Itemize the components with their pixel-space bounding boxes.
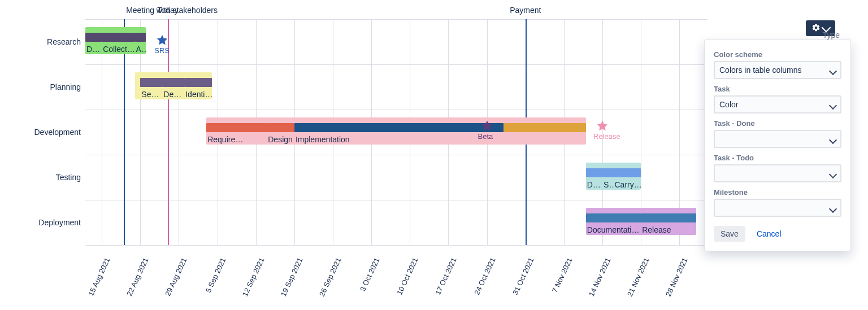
milestone-label-srs: SRS — [154, 46, 170, 55]
gantt-subtask-bar[interactable] — [140, 78, 162, 87]
milestone-select[interactable] — [714, 199, 841, 217]
task-done-label: Task - Done — [714, 119, 841, 128]
gantt-row-label: Planning — [9, 64, 85, 110]
gantt-subtask-label: Se… — [140, 90, 163, 99]
gantt-subtask-label: S… — [602, 180, 614, 189]
gantt-subtask-label: Carryi… — [614, 180, 643, 189]
marker-label-payment: Payment — [510, 6, 541, 15]
gantt-subtask-label: Documentatio… — [586, 225, 642, 234]
gantt-plot-area[interactable]: De…Collect …A…Se…De…Identif…Require…Desi… — [85, 19, 707, 245]
save-button[interactable]: Save — [714, 226, 745, 242]
marker-labels-row: Meeting with stakeholdersTodayPayment — [85, 6, 707, 19]
chevron-down-icon — [829, 171, 837, 178]
gantt-subtask-bar[interactable] — [641, 213, 696, 222]
gantt-group-deployment[interactable]: Documentatio…Release — [586, 208, 696, 235]
gantt-subtask-label: De… — [85, 45, 103, 54]
cancel-button[interactable]: Cancel — [754, 226, 784, 242]
task-todo-select[interactable] — [714, 164, 841, 182]
gantt-subtask-label: Implementation — [294, 135, 505, 144]
gantt-subtask-bar[interactable] — [586, 168, 602, 177]
milestone-star-srs[interactable] — [156, 34, 168, 46]
chevron-down-icon — [829, 136, 837, 144]
gantt-row-labels: ResearchPlanningDevelopmentTestingDeploy… — [9, 19, 85, 245]
gantt-subtask-bar[interactable] — [162, 78, 184, 87]
gantt-row-label: Testing — [9, 155, 85, 200]
grid-line-horizontal — [85, 245, 707, 246]
gantt-row-label: Research — [9, 19, 85, 64]
x-tick-label: 28 Nov 2021 — [664, 256, 689, 298]
gantt-subtask-label: De… — [586, 180, 604, 189]
gantt-row-label: Deployment — [9, 200, 85, 245]
gantt-subtask-bar[interactable] — [184, 78, 212, 87]
gear-icon — [811, 23, 821, 34]
x-tick-label: 12 Sep 2021 — [241, 256, 266, 298]
gantt-subtask-label: A… — [135, 45, 147, 54]
gantt-subtask-bar[interactable] — [586, 213, 641, 222]
x-tick-label: 15 Aug 2021 — [86, 256, 111, 298]
color-scheme-value: Colors in table columns — [719, 66, 802, 75]
task-label: Task — [714, 85, 841, 93]
x-tick-label: 17 Oct 2021 — [434, 256, 459, 296]
popover-behind-label: Type — [823, 30, 840, 40]
gantt-group-research[interactable]: De…Collect …A… — [85, 27, 146, 54]
gantt-group-development[interactable]: Require…DesignImplementation — [206, 117, 586, 145]
gantt-subtask-bar[interactable] — [504, 123, 586, 132]
gantt-subtask-label: Collect … — [102, 45, 136, 54]
popover-actions: Save Cancel — [714, 226, 841, 242]
task-select[interactable]: Color — [714, 95, 841, 113]
milestone-label-release: Release — [593, 132, 620, 141]
x-tick-label: 29 Aug 2021 — [164, 256, 189, 298]
gantt-subtask-bar[interactable] — [85, 33, 102, 42]
milestone-label: Milestone — [714, 188, 841, 197]
x-tick-label: 3 Oct 2021 — [358, 256, 381, 292]
chevron-down-icon — [829, 102, 837, 110]
x-tick-label: 5 Sep 2021 — [204, 256, 228, 294]
x-tick-label: 19 Sep 2021 — [279, 256, 305, 298]
x-tick-label: 21 Nov 2021 — [626, 256, 651, 298]
gantt-subtask-bar[interactable] — [602, 168, 613, 177]
page-shadow — [6, 295, 862, 310]
milestone-label-beta: Beta — [478, 132, 493, 141]
color-settings-popover: Color scheme Colors in table columns Tas… — [704, 40, 851, 251]
x-tick-label: 14 Nov 2021 — [587, 256, 613, 298]
gantt-subtask-bar[interactable] — [206, 123, 267, 132]
gantt-subtask-label: Identif… — [184, 90, 213, 99]
color-scheme-label: Color scheme — [714, 50, 841, 59]
gantt-subtask-label: Release — [641, 225, 697, 234]
x-tick-label: 10 Oct 2021 — [395, 256, 420, 296]
gantt-subtask-bar[interactable] — [614, 168, 641, 177]
marker-label-today: Today — [157, 6, 178, 15]
x-tick-label: 31 Oct 2021 — [511, 256, 536, 296]
gantt-x-axis: 15 Aug 202122 Aug 202129 Aug 20215 Sep 2… — [85, 245, 707, 302]
gantt-group-testing[interactable]: De…S…Carryi… — [586, 163, 641, 190]
gantt-subtask-label: De… — [162, 90, 185, 99]
gantt-subtask-bar[interactable] — [135, 33, 146, 42]
grid-line-vertical — [179, 19, 179, 245]
chevron-down-icon — [829, 205, 837, 213]
gantt-row-label: Development — [9, 110, 85, 155]
x-tick-label: 7 Nov 2021 — [550, 256, 574, 294]
gantt-subtask-label: Design — [267, 135, 296, 144]
color-scheme-select[interactable]: Colors in table columns — [714, 61, 841, 79]
gantt-subtask-label: Require… — [206, 135, 268, 144]
task-todo-label: Task - Todo — [714, 154, 841, 162]
gantt-subtask-bar[interactable] — [267, 123, 294, 132]
task-done-select[interactable] — [714, 130, 841, 148]
x-tick-label: 24 Oct 2021 — [472, 256, 497, 296]
gantt-subtask-bar[interactable] — [294, 123, 504, 132]
task-value: Color — [719, 100, 738, 109]
gantt-group-planning[interactable]: Se…De…Identif… — [135, 72, 212, 99]
x-tick-label: 22 Aug 2021 — [125, 256, 150, 298]
gantt-subtask-bar[interactable] — [102, 33, 134, 42]
chevron-down-icon — [829, 67, 837, 75]
page-root: Meeting with stakeholdersTodayPayment Re… — [0, 0, 868, 310]
x-tick-label: 26 Sep 2021 — [318, 256, 343, 298]
